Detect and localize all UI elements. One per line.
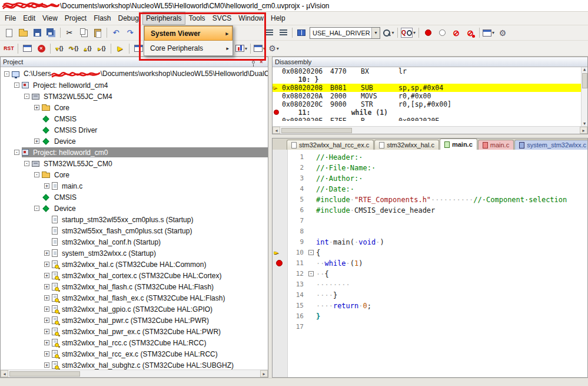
- expand-plus-icon[interactable]: +: [44, 295, 49, 301]
- menu-help[interactable]: Help: [267, 12, 289, 25]
- disassembly-row[interactable]: 0x08020208B081SUBsp,sp,#0x04►: [273, 84, 587, 92]
- tree-item-stm32wlxx-hal-c-stm32cube-hal-common[interactable]: +stm32wlxx_hal.c (STM32Cube HAL:Common): [1, 259, 268, 270]
- editor-line[interactable]: 12-··{: [288, 269, 587, 279]
- editor-line[interactable]: 9int·main(·void·): [288, 237, 587, 248]
- menu-debug[interactable]: Debug: [115, 12, 142, 25]
- scroll-left-icon[interactable]: ◂: [273, 127, 280, 134]
- scrollbar-thumb[interactable]: [582, 73, 587, 88]
- menu-window[interactable]: Window: [235, 12, 267, 25]
- tree-item-stm32wlxx-hal-rcc-c-stm32cube-hal-rcc[interactable]: +stm32wlxx_hal_rcc.c (STM32Cube HAL:RCC): [1, 337, 268, 348]
- disassembly-row[interactable]: 0x0802020A2000MOVSr0,#0x00: [273, 92, 587, 100]
- cut-button[interactable]: ✂: [63, 27, 76, 39]
- editor-line[interactable]: 10-{: [288, 248, 587, 258]
- tree-item-stm32wlxx-hal-pwr-c-stm32cube-hal-pwr[interactable]: +stm32wlxx_hal_pwr.c (STM32Cube HAL:PWR): [1, 315, 268, 326]
- collapse-minus-icon[interactable]: -: [14, 150, 19, 155]
- menu-peripherals[interactable]: Peripherals: [142, 12, 185, 25]
- tree-item-main-c[interactable]: +main.c: [1, 180, 268, 192]
- find-in-files-button[interactable]: [295, 27, 308, 39]
- run-button[interactable]: [21, 42, 34, 55]
- tree-item-cmsis-driver[interactable]: CMSIS Driver: [1, 124, 268, 136]
- tree-item-cmsis[interactable]: CMSIS: [1, 113, 268, 124]
- tree-item-core[interactable]: +Core: [1, 102, 268, 113]
- fold-collapse-icon[interactable]: -: [308, 271, 314, 276]
- insert-breakpoint-button[interactable]: [421, 27, 434, 39]
- expand-plus-icon[interactable]: +: [44, 250, 49, 256]
- tree-item-cmsis[interactable]: CMSIS: [1, 192, 268, 203]
- menu-project[interactable]: Project: [61, 12, 90, 25]
- editor-line[interactable]: 13········: [288, 279, 587, 290]
- expand-plus-icon[interactable]: +: [44, 318, 49, 323]
- configure-button[interactable]: [496, 27, 509, 39]
- editor-line[interactable]: 14····}: [288, 290, 587, 301]
- tree-item-device[interactable]: +Device: [1, 136, 268, 147]
- analysis-window-button[interactable]: ▾: [235, 42, 248, 55]
- expand-plus-icon[interactable]: +: [34, 105, 39, 110]
- editor-line[interactable]: 2//·File·Name:·: [288, 163, 587, 173]
- tree-item-startup-stm32wl55xx-cm0plus-s-startup[interactable]: startup_stm32wl55xx_cm0plus.s (Startup): [1, 214, 268, 225]
- collapse-minus-icon[interactable]: -: [24, 94, 29, 99]
- tree-item-workspace[interactable]: -C:\Users\Documents\workshop\NucleoWL55\…: [1, 68, 268, 80]
- editor-line[interactable]: 11··while·(1): [288, 258, 587, 269]
- command-window-button[interactable]: [132, 42, 145, 55]
- disable-all-breakpoints-button[interactable]: [450, 27, 463, 39]
- tree-item-stm32wlxx-hal-cortex-c-stm32cube-hal-cortex[interactable]: +stm32wlxx_hal_cortex.c (STM32Cube HAL:C…: [1, 270, 268, 281]
- scrollbar-thumb[interactable]: [281, 128, 352, 133]
- step-into-button[interactable]: [53, 42, 66, 55]
- stop-button[interactable]: [35, 42, 48, 55]
- copy-button[interactable]: [77, 27, 90, 39]
- menu-file[interactable]: File: [1, 12, 19, 25]
- tree-item-stm32wlxx-hal-flash-ex-c-stm32cube-hal-flash[interactable]: +stm32wlxx_hal_flash_ex.c (STM32Cube HAL…: [1, 292, 268, 303]
- expand-plus-icon[interactable]: +: [44, 262, 49, 267]
- tree-item-stm32wlxx-hal-rcc-ex-c-stm32cube-hal-rcc[interactable]: +stm32wlxx_hal_rcc_ex.c (STM32Cube HAL:R…: [1, 348, 268, 359]
- scroll-right-icon[interactable]: ▸: [580, 127, 587, 134]
- disassembly-row[interactable]: 0x0802020C9000STRr0,[sp,#0x00]: [273, 100, 587, 108]
- indent-button[interactable]: [263, 27, 275, 39]
- system-viewer-button[interactable]: ▾: [253, 42, 266, 55]
- tree-item-project-helloworld-cm4[interactable]: -Project: helloworld_cm4: [1, 80, 268, 91]
- editor-line[interactable]: 16}: [288, 311, 587, 322]
- tree-item-stm32wlxx-hal-gpio-c-stm32cube-hal-gpio[interactable]: +stm32wlxx_hal_gpio.c (STM32Cube HAL:GPI…: [1, 303, 268, 315]
- editor-gutter[interactable]: ►►: [273, 150, 288, 377]
- collapse-minus-icon[interactable]: -: [34, 172, 39, 177]
- tree-item-stm32wl55jc-cm4[interactable]: -STM32WL55JC_CM4: [1, 91, 268, 102]
- tab-stm32wlxx-hal-c[interactable]: stm32wlxx_hal.c: [374, 140, 439, 150]
- collapse-minus-icon[interactable]: -: [34, 206, 39, 211]
- editor-line[interactable]: 15····return·0;: [288, 301, 587, 311]
- pin-panel-button[interactable]: [249, 58, 257, 66]
- menu-item-system-viewer[interactable]: System Viewer▸: [144, 26, 232, 41]
- editor-line[interactable]: 5#include·"RTE_Components.h"··········//…: [288, 194, 587, 205]
- expand-plus-icon[interactable]: +: [34, 138, 39, 144]
- expand-plus-icon[interactable]: +: [44, 329, 49, 334]
- breakpoint-icon[interactable]: [276, 260, 283, 266]
- fold-collapse-icon[interactable]: -: [308, 250, 314, 255]
- tab-main-c[interactable]: main.c: [478, 140, 514, 150]
- collapse-minus-icon[interactable]: -: [24, 161, 29, 166]
- disassembly-vscrollbar[interactable]: ▲ ▼: [581, 67, 587, 126]
- combo-dropdown-icon[interactable]: ▾: [371, 28, 380, 38]
- redo-button[interactable]: ↷: [124, 27, 137, 39]
- tree-item-stm32wl55xx-flash-cm0plus-sct-startup[interactable]: stm32wl55xx_flash_cm0plus.sct (Startup): [1, 225, 268, 236]
- menu-edit[interactable]: Edit: [19, 12, 39, 25]
- collapse-minus-icon[interactable]: -: [14, 83, 19, 88]
- menu-view[interactable]: View: [39, 12, 61, 25]
- run-to-cursor-button[interactable]: [95, 42, 108, 55]
- unindent-button[interactable]: [277, 27, 290, 39]
- enable-disable-breakpoint-button[interactable]: [436, 27, 449, 39]
- tree-item-stm32wlxx-hal-flash-c-stm32cube-hal-flash[interactable]: +stm32wlxx_hal_flash.c (STM32Cube HAL:Fl…: [1, 281, 268, 292]
- tree-item-stm32wlxx-hal-pwr-ex-c-stm32cube-hal-pwr[interactable]: +stm32wlxx_hal_pwr_ex.c (STM32Cube HAL:P…: [1, 326, 268, 337]
- reset-button[interactable]: [2, 42, 15, 55]
- menu-svcs[interactable]: SVCS: [209, 12, 235, 25]
- undo-button[interactable]: ↶: [109, 27, 122, 39]
- disassembly-row[interactable]: 10: }: [273, 75, 587, 84]
- tree-item-stm32wl55jc-cm0[interactable]: -STM32WL55JC_CM0: [1, 158, 268, 169]
- save-button[interactable]: [31, 27, 44, 39]
- expand-plus-icon[interactable]: +: [44, 362, 49, 368]
- toolbox-button[interactable]: ▾: [267, 42, 280, 55]
- tree-item-project-helloworld-cm0[interactable]: -Project: helloworld_cm0: [1, 147, 268, 158]
- menu-flash[interactable]: Flash: [90, 12, 114, 25]
- expand-plus-icon[interactable]: +: [44, 340, 49, 345]
- kill-all-breakpoints-button[interactable]: [464, 27, 477, 39]
- scroll-up-icon[interactable]: ▲: [583, 67, 586, 72]
- tree-item-core[interactable]: -Core: [1, 169, 268, 180]
- tree-item-stm32wlxx-hal-conf-h-startup[interactable]: stm32wlxx_hal_conf.h (Startup): [1, 236, 268, 248]
